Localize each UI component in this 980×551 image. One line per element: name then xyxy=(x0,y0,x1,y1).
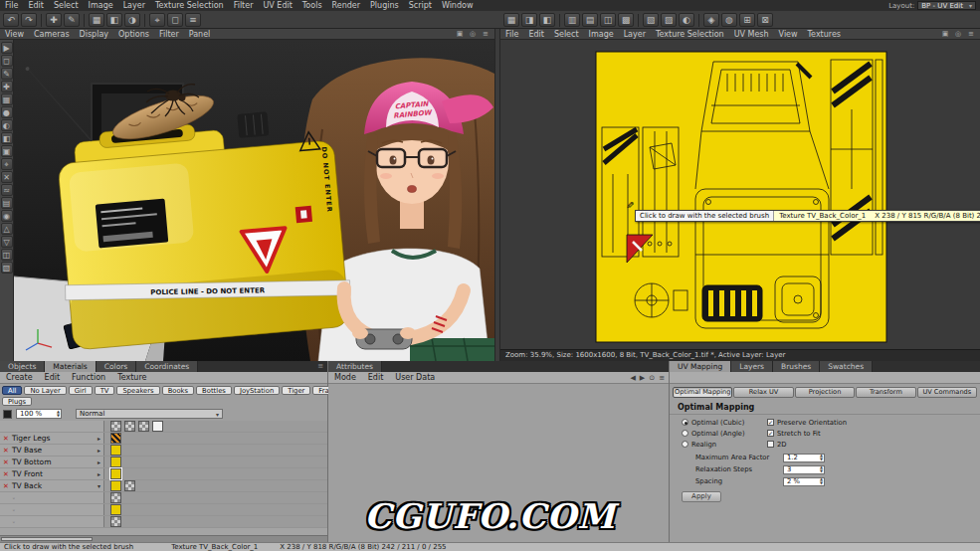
layer-thumbnail[interactable] xyxy=(110,492,121,503)
menu-select[interactable]: Select xyxy=(49,0,84,11)
history-forward-icon[interactable]: ▶ xyxy=(640,374,645,382)
uv-diag-icon[interactable]: ▧ xyxy=(643,13,659,27)
uv-lines-icon[interactable]: ▤ xyxy=(582,13,598,27)
uv-menu-edit[interactable]: Edit xyxy=(523,29,549,40)
texture-layer-subrow[interactable]: ◦ xyxy=(0,516,327,528)
menu-user-data[interactable]: User Data xyxy=(389,372,441,384)
check-2d[interactable]: 2D xyxy=(767,440,847,449)
filter-girl[interactable]: Girl xyxy=(69,386,93,395)
uv-texture-map[interactable] xyxy=(500,40,980,349)
stepper-icon[interactable]: ▲▼ xyxy=(57,410,60,417)
field-input[interactable]: 2 % ▲▼ xyxy=(783,477,825,486)
clone-tool-icon[interactable]: ◉ xyxy=(1,210,13,222)
uv-dot-icon[interactable]: ◍ xyxy=(721,13,737,27)
menu-cameras[interactable]: Cameras xyxy=(29,29,75,40)
uv-rows-icon[interactable]: ▥ xyxy=(564,13,580,27)
maximize-icon[interactable]: ▣ xyxy=(455,30,465,39)
add-tool-icon[interactable]: ✚ xyxy=(1,81,13,92)
menu-render[interactable]: Render xyxy=(327,0,365,11)
filter-all[interactable]: All xyxy=(2,386,22,395)
uv-circle-left-icon[interactable]: ◐ xyxy=(679,13,694,27)
menu-edit-attr[interactable]: Edit xyxy=(362,372,390,384)
checkbox-icon[interactable]: ✓ xyxy=(767,419,774,426)
tab-layers[interactable]: Layers xyxy=(731,361,773,372)
material-row-tv-bottom[interactable]: ✕ TV Bottom ▸ xyxy=(0,457,327,468)
polygon-tool-icon[interactable]: △ xyxy=(1,223,13,235)
check-preserve-orientation[interactable]: ✓ Preserve Orientation xyxy=(767,418,847,427)
uv-menu-image[interactable]: Image xyxy=(584,29,619,40)
uv-paint-canvas[interactable]: ✎ Click to draw with the selected brush … xyxy=(500,40,980,349)
add-icon[interactable]: ✚ xyxy=(46,13,62,27)
layer-thumbnail[interactable] xyxy=(152,421,163,432)
smear-tool-icon[interactable]: ≈ xyxy=(1,184,13,196)
checkbox-icon[interactable] xyxy=(767,441,774,448)
layout-select[interactable]: BP - UV Edit ▾ xyxy=(917,1,976,10)
menu-edit-mat[interactable]: Edit xyxy=(39,372,67,384)
layer-thumbnail[interactable] xyxy=(124,421,135,432)
texture-thumbnail[interactable] xyxy=(110,480,121,491)
remove-icon[interactable]: ✕ xyxy=(3,447,9,455)
menu-script[interactable]: Script xyxy=(404,0,437,11)
menu-mode[interactable]: Mode xyxy=(328,372,362,384)
expand-icon[interactable]: ▸ xyxy=(98,447,100,454)
layer-thumbnail[interactable] xyxy=(110,516,121,527)
dot-brush-tool-icon[interactable]: ● xyxy=(1,106,13,118)
menu-filter[interactable]: Filter xyxy=(229,0,259,11)
uv-menu-view[interactable]: View xyxy=(774,29,803,40)
rect-select-tool-icon[interactable]: ◻ xyxy=(1,55,13,67)
filter-tv[interactable]: TV xyxy=(95,386,115,395)
stepper-icon[interactable]: ▲▼ xyxy=(820,454,823,460)
tab-materials[interactable]: Materials xyxy=(45,361,96,372)
shading-icon[interactable]: ◑ xyxy=(124,13,140,27)
undo-icon[interactable]: ↶ xyxy=(3,13,19,27)
uv-menu-layer[interactable]: Layer xyxy=(619,29,651,40)
menu-options[interactable]: Options xyxy=(113,29,154,40)
panel-menu-icon[interactable]: ≡ xyxy=(966,30,976,39)
layer-thumbnail[interactable] xyxy=(138,421,149,432)
uv-menu-uv-mesh[interactable]: UV Mesh xyxy=(729,29,774,40)
menu-tools[interactable]: Tools xyxy=(297,0,327,11)
tab-brushes[interactable]: Brushes xyxy=(773,361,820,372)
triangle-tool-icon[interactable]: ▽ xyxy=(1,236,13,248)
picker-tool-icon[interactable]: ⌖ xyxy=(1,158,13,170)
mask-tool-icon[interactable]: ◧ xyxy=(1,132,13,144)
select-tool-icon[interactable]: ▶ xyxy=(1,42,13,54)
frame-icon[interactable]: ◻ xyxy=(167,13,183,27)
layer-thumbnail[interactable] xyxy=(110,504,121,515)
uv-window-icon[interactable]: ◫ xyxy=(600,13,616,27)
dodge-tool-icon[interactable]: ◐ xyxy=(1,119,13,131)
uv-menu-file[interactable]: File xyxy=(500,29,523,40)
filter-tiger[interactable]: Tiger xyxy=(282,386,310,395)
list-icon[interactable]: ≡ xyxy=(185,13,201,27)
expand-icon[interactable]: ▸ xyxy=(98,470,100,477)
menu-display[interactable]: Display xyxy=(75,29,114,40)
texture-thumbnail[interactable] xyxy=(110,445,121,456)
tab-uv-mapping[interactable]: UV Mapping xyxy=(670,361,731,372)
scrollbar-thumb[interactable] xyxy=(1,537,93,541)
uv-half-left-icon[interactable]: ◧ xyxy=(539,13,555,27)
uv-hatch-icon[interactable]: ▨ xyxy=(661,13,677,27)
menu-layer[interactable]: Layer xyxy=(118,0,150,11)
uv-fill-icon[interactable]: ▩ xyxy=(618,13,634,27)
check-stretch-to-fit[interactable]: ✓ Stretch to Fit xyxy=(767,429,847,438)
tab-coordinates[interactable]: Coordinates xyxy=(136,361,198,372)
tab-colors[interactable]: Colors xyxy=(97,361,137,372)
filter-no-layer[interactable]: No Layer xyxy=(24,386,66,395)
tab-swatches[interactable]: Swatches xyxy=(820,361,873,372)
target-icon[interactable]: ◎ xyxy=(953,30,963,39)
menu-plugins[interactable]: Plugins xyxy=(365,0,404,11)
field-input[interactable]: 1.2 ▲▼ xyxy=(783,454,825,462)
pencil-tool-icon[interactable]: ✎ xyxy=(1,68,13,80)
radio-icon[interactable] xyxy=(682,441,688,448)
horizontal-scrollbar[interactable] xyxy=(0,535,327,542)
menu-filter-vp[interactable]: Filter xyxy=(154,29,184,40)
radio-icon[interactable] xyxy=(682,430,688,437)
scene-3d[interactable]: KISS ME! xyxy=(14,40,494,361)
uv-cross-box-icon[interactable]: ⊠ xyxy=(757,13,773,27)
target-icon[interactable]: ◎ xyxy=(468,30,478,39)
texture-icon[interactable]: ▦ xyxy=(89,13,104,27)
blend-mode-select[interactable]: Normal ▾ xyxy=(76,409,223,419)
brush-swatch[interactable] xyxy=(3,410,12,419)
panel-menu-icon[interactable]: ≡ xyxy=(659,374,665,382)
material-row-tiger-legs[interactable]: ✕ Tiger Legs ▸ xyxy=(0,433,327,445)
